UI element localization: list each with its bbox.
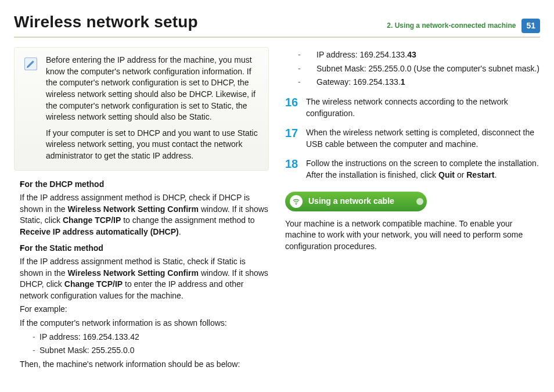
step-17-text: When the wireless network setting is com…: [306, 127, 540, 150]
step-16-text: The wireless network connects according …: [306, 96, 540, 119]
svg-point-1: [296, 203, 297, 204]
header-right: 2. Using a network-connected machine 51: [387, 19, 540, 34]
step-number-18: 18: [285, 158, 300, 181]
step-number-17: 17: [285, 127, 300, 150]
section-pill-label: Using a network cable: [308, 196, 394, 207]
step-number-16: 16: [285, 96, 300, 119]
sub-mask: Subnet Mask: 255.255.0.0: [20, 345, 269, 357]
section-pill-network-cable: Using a network cable: [285, 192, 427, 211]
right-column: IP address: 169.254.133.43 Subnet Mask: …: [285, 47, 540, 372]
machine-mask: Subnet Mask: 255.255.0.0 (Use the comput…: [285, 63, 540, 75]
section-body: Your machine is a network compatible mac…: [285, 218, 540, 253]
wifi-icon: [290, 195, 303, 208]
machine-ip: IP address: 169.254.133.43: [285, 49, 540, 61]
for-example: For example:: [20, 304, 269, 315]
page-number: 51: [521, 19, 540, 34]
content-columns: Before entering the IP address for the m…: [14, 47, 540, 372]
comp-info-lead: If the computer's network information is…: [20, 318, 269, 329]
chapter-label: 2. Using a network-connected machine: [387, 21, 516, 31]
then-lead: Then, the machine's network information …: [20, 359, 269, 371]
note-body: Before entering the IP address for the m…: [46, 55, 260, 161]
bullet-static-title: For the Static method: [20, 243, 103, 253]
step-16: 16 The wireless network connects accordi…: [285, 96, 540, 119]
note-icon: [23, 55, 39, 161]
bullet-static-body: If the IP address assignment method is S…: [20, 256, 269, 301]
note-p2: If your computer is set to DHCP and you …: [46, 128, 260, 162]
left-column: Before entering the IP address for the m…: [14, 47, 269, 372]
sub-ip: IP address: 169.254.133.42: [20, 332, 269, 343]
note-p1: Before entering the IP address for the m…: [46, 55, 260, 123]
page-title: Wireless network setup: [14, 10, 198, 33]
section-heading-row: Using a network cable: [285, 192, 540, 211]
step-18-text: Follow the instructions on the screen to…: [306, 158, 540, 181]
info-note: Before entering the IP address for the m…: [14, 47, 269, 170]
bullet-dhcp-body: If the IP address assignment method is D…: [20, 192, 269, 238]
bullet-static: For the Static method If the IP address …: [14, 243, 269, 371]
header: Wireless network setup 2. Using a networ…: [14, 10, 540, 38]
step-18: 18 Follow the instructions on the screen…: [285, 158, 540, 181]
machine-gw: Gateway: 169.254.133.1: [285, 77, 540, 88]
bullet-dhcp-title: For the DHCP method: [20, 179, 104, 189]
step-17: 17 When the wireless network setting is …: [285, 127, 540, 150]
bullet-dhcp: For the DHCP method If the IP address as…: [14, 179, 269, 238]
page-container: Wireless network setup 2. Using a networ…: [0, 0, 554, 392]
